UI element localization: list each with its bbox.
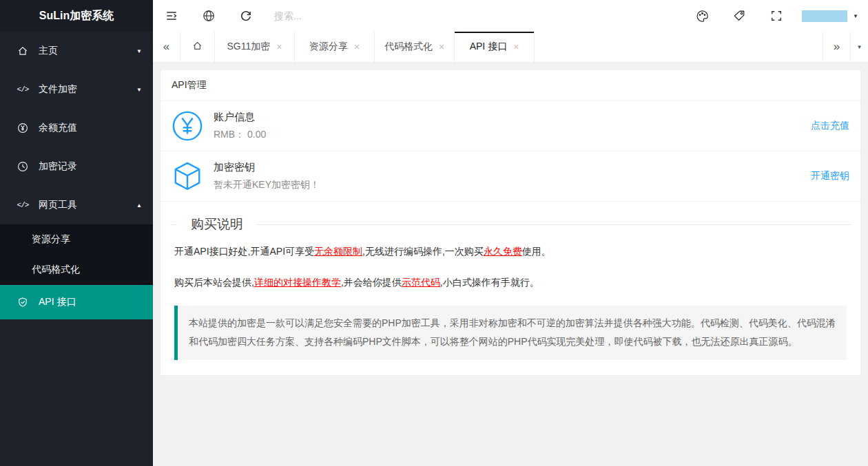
secret-key-status: 暂未开通KEY加密密钥！ (214, 179, 320, 191)
home-icon (15, 45, 30, 56)
card-title: API管理 (161, 70, 860, 101)
activate-key-link[interactable]: 开通密钥 (811, 170, 849, 182)
secret-key-row: 加密密钥 暂未开通KEY加密密钥！ 开通密钥 (161, 151, 860, 202)
sidebar-item-label: 加密记录 (39, 160, 77, 173)
sidebar: SuLin加密系统 主页 ▼ </> 文件加密 ▼ 余额充值 (0, 0, 153, 466)
web-tools-submenu: 资源分享 代码格式化 (0, 224, 153, 285)
sidebar-item-label: 余额充值 (39, 122, 77, 134)
sidebar-toggle-button[interactable] (153, 0, 190, 32)
tag-button[interactable] (721, 0, 758, 32)
cube-icon (172, 160, 203, 192)
tabs-scroll-right-button[interactable]: » (823, 32, 850, 62)
highlight-text: 无余额限制 (314, 246, 362, 257)
close-icon[interactable]: × (354, 42, 360, 52)
account-balance: RMB： 0.00 (214, 129, 266, 141)
text-segment: ,无线进行编码操作,一次购买 (362, 246, 484, 257)
tab-label: SG11加密 (227, 41, 271, 53)
close-icon[interactable]: × (513, 42, 519, 52)
sidebar-item-file-encrypt[interactable]: </> 文件加密 ▼ (0, 70, 153, 109)
text-segment: 购买后本站会提供, (174, 277, 254, 288)
close-icon[interactable]: × (276, 42, 282, 52)
topbar: ▼ (153, 0, 868, 32)
text-segment: 使用。 (522, 246, 551, 257)
sidebar-item-label: 资源分享 (32, 233, 70, 246)
yen-icon (15, 123, 30, 134)
topbar-right-group: ▼ (683, 0, 868, 32)
sidebar-item-code-format[interactable]: 代码格式化 (0, 255, 153, 285)
app-window: SuLin加密系统 主页 ▼ </> 文件加密 ▼ 余额充值 (0, 0, 868, 466)
product-description-quote: 本站提供的加密是一款可以满足您安全需要的PHP加密工具，采用非对称加密和不可逆的… (174, 306, 847, 360)
chevron-down-icon: ▼ (857, 44, 862, 50)
sidebar-item-api[interactable]: API 接口 (0, 285, 153, 319)
tab-home[interactable] (180, 32, 215, 62)
text-segment: 开通API接口好处,开通API可享受 (174, 246, 314, 257)
tabs-menu-button[interactable]: ▼ (850, 32, 868, 62)
recharge-link[interactable]: 点击充值 (811, 120, 849, 132)
sidebar-item-resource-share[interactable]: 资源分享 (0, 224, 153, 255)
sidebar-item-home[interactable]: 主页 ▼ (0, 32, 153, 70)
refresh-button[interactable] (227, 0, 265, 32)
highlight-text: 永久免费 (484, 246, 522, 257)
tab-label: 代码格式化 (384, 41, 433, 53)
tabs-scroll-left-button[interactable]: « (153, 32, 180, 62)
tab-code-format[interactable]: 代码格式化 × (375, 32, 455, 62)
tab-label: 资源分享 (309, 41, 348, 53)
tab-label: API 接口 (470, 41, 507, 53)
account-title: 账户信息 (214, 111, 266, 124)
chevron-down-icon: ▼ (853, 13, 858, 19)
close-icon[interactable]: × (439, 42, 444, 52)
code-icon: </> (15, 201, 30, 209)
globe-button[interactable] (190, 0, 227, 32)
text-segment: ,小白式操作有手就行。 (440, 277, 539, 288)
tab-api[interactable]: API 接口 × (455, 32, 535, 62)
purchase-note-legend: 购买说明 (177, 215, 257, 233)
tab-bar: « SG11加密 × 资源分享 × 代码格式化 × API 接口 × (153, 32, 868, 63)
app-logo: SuLin加密系统 (0, 0, 153, 32)
badge-check-icon (15, 297, 30, 308)
tabbar-right-group: » ▼ (823, 32, 868, 62)
highlight-text: 示范代码 (402, 277, 440, 288)
sidebar-item-records[interactable]: 加密记录 (0, 147, 153, 186)
user-menu[interactable]: ▼ (795, 10, 868, 22)
sidebar-menu: 主页 ▼ </> 文件加密 ▼ 余额充值 加密记录 (0, 32, 153, 319)
purchase-support-text: 购买后本站会提供,详细的对接操作教学,并会给你提供示范代码,小白式操作有手就行。 (173, 274, 848, 291)
tab-sg11-encrypt[interactable]: SG11加密 × (215, 32, 295, 62)
sidebar-item-label: 代码格式化 (32, 264, 80, 276)
username-highlight (802, 10, 847, 22)
chevron-down-icon: ▼ (136, 87, 142, 93)
yen-circle-icon (172, 110, 203, 142)
sidebar-item-label: 文件加密 (39, 83, 77, 96)
search-input[interactable] (274, 10, 391, 21)
account-info-texts: 账户信息 RMB： 0.00 (214, 111, 266, 141)
home-icon (192, 41, 203, 53)
api-management-card: API管理 账户信息 RMB： 0.00 点击充值 (160, 70, 861, 376)
purchase-benefit-text: 开通API接口好处,开通API可享受无余额限制,无线进行编码操作,一次购买永久免… (173, 243, 848, 260)
chevron-down-icon: ▼ (136, 48, 142, 54)
clock-icon (15, 161, 30, 172)
fullscreen-button[interactable] (758, 0, 795, 32)
sidebar-item-web-tools[interactable]: </> 网页工具 ▲ (0, 186, 153, 224)
tab-resource-share[interactable]: 资源分享 × (295, 32, 375, 62)
purchase-note-section: 购买说明 开通API接口好处,开通API可享受无余额限制,无线进行编码操作,一次… (170, 215, 851, 360)
sidebar-item-recharge[interactable]: 余额充值 (0, 109, 153, 147)
secret-key-title: 加密密钥 (214, 161, 320, 174)
account-info-row: 账户信息 RMB： 0.00 点击充值 (161, 101, 860, 151)
sidebar-item-label: 主页 (39, 45, 58, 57)
text-segment: ,并会给你提供 (341, 277, 402, 288)
content-area: API管理 账户信息 RMB： 0.00 点击充值 (153, 63, 868, 466)
highlight-text: 详细的对接操作教学 (254, 277, 341, 288)
sidebar-item-label: 网页工具 (39, 199, 77, 211)
theme-palette-button[interactable] (683, 0, 721, 32)
chevron-up-icon: ▲ (136, 202, 142, 209)
secret-key-texts: 加密密钥 暂未开通KEY加密密钥！ (214, 161, 320, 191)
sidebar-item-label: API 接口 (39, 296, 76, 308)
code-icon: </> (15, 85, 30, 94)
